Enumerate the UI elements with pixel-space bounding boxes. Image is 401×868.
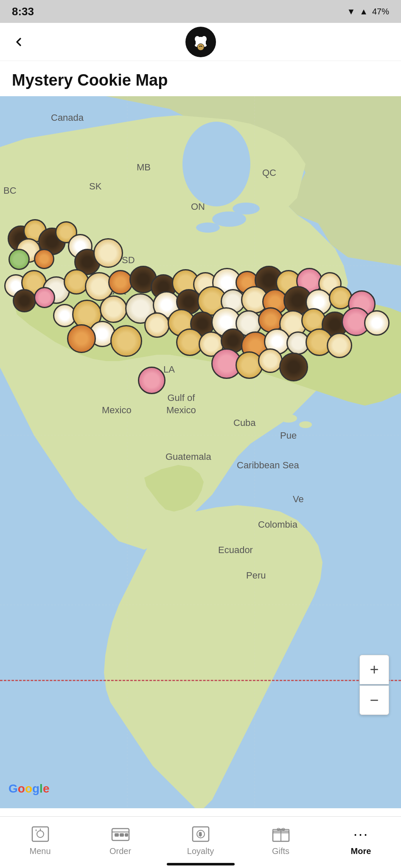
cookie-pin[interactable] <box>364 310 390 336</box>
nav-item-menu[interactable]: Menu <box>0 824 80 856</box>
svg-point-16 <box>182 122 250 206</box>
cookie-pin[interactable] <box>34 287 55 308</box>
battery-icon: 47% <box>372 7 389 17</box>
cookie-pin[interactable] <box>138 367 165 394</box>
zoom-controls: + − <box>359 655 389 715</box>
order-icon <box>109 824 132 844</box>
svg-point-14 <box>196 223 220 233</box>
loyalty-icon: $ <box>190 824 212 844</box>
zoom-out-button[interactable]: − <box>359 685 389 715</box>
more-icon: ··· <box>350 824 372 844</box>
cookie-pin[interactable] <box>110 325 142 357</box>
svg-text:$: $ <box>199 832 202 837</box>
map-container[interactable]: Canada BC SK MB ON QC SD NV Mexico Gulf … <box>0 96 401 808</box>
nav-item-more[interactable]: ··· More <box>321 824 401 856</box>
status-icons: ▼ ▲ 47% <box>347 7 389 17</box>
cookie-pin[interactable] <box>279 353 308 381</box>
gifts-label: Gifts <box>272 846 289 856</box>
page-title: Mystery Cookie Map <box>12 71 389 89</box>
svg-point-11 <box>280 414 297 423</box>
zoom-in-button[interactable]: + <box>359 655 389 684</box>
nav-header <box>0 23 401 61</box>
cookie-pin[interactable] <box>108 270 133 295</box>
svg-rect-29 <box>120 834 123 836</box>
bottom-nav: Menu Order $ Loyalty <box>0 816 401 868</box>
menu-icon <box>29 824 51 844</box>
equator-line <box>0 680 401 681</box>
loyalty-label: Loyalty <box>187 846 214 856</box>
order-label: Order <box>109 846 131 856</box>
google-o1: o <box>18 782 25 795</box>
svg-point-10 <box>236 420 265 433</box>
more-label: More <box>351 846 371 856</box>
nav-item-loyalty[interactable]: $ Loyalty <box>160 824 241 856</box>
cookie-pin[interactable] <box>34 249 54 269</box>
svg-point-4 <box>195 36 200 42</box>
svg-rect-30 <box>125 834 128 836</box>
wifi-icon: ▼ <box>347 7 355 17</box>
nav-item-gifts[interactable]: Gifts <box>241 824 321 856</box>
cookie-pin[interactable] <box>93 238 123 268</box>
svg-point-23 <box>37 831 44 837</box>
gifts-icon <box>270 824 292 844</box>
more-dots: ··· <box>353 826 368 842</box>
home-indicator <box>167 863 235 865</box>
google-logo: Google <box>8 782 49 796</box>
google-g2: g <box>32 782 39 795</box>
google-o2: o <box>25 782 32 795</box>
cookie-pin[interactable] <box>67 324 96 353</box>
svg-point-7 <box>199 46 200 47</box>
svg-point-15 <box>233 203 260 214</box>
svg-rect-28 <box>115 834 118 836</box>
page-title-area: Mystery Cookie Map <box>0 61 401 96</box>
google-l: l <box>39 782 43 795</box>
svg-point-12 <box>299 421 312 428</box>
cookie-pin[interactable] <box>13 289 36 312</box>
app-logo <box>185 27 216 57</box>
cookie-pin[interactable] <box>327 333 352 358</box>
signal-icon: ▲ <box>359 7 368 17</box>
back-button[interactable] <box>12 35 25 49</box>
cookie-pin[interactable] <box>100 295 127 323</box>
status-bar: 8:33 ▼ ▲ 47% <box>0 0 401 23</box>
menu-label: Menu <box>29 846 50 856</box>
cookie-pin[interactable] <box>8 249 30 270</box>
svg-point-5 <box>202 36 207 42</box>
status-time: 8:33 <box>12 5 34 18</box>
cookie-pin[interactable] <box>258 348 283 373</box>
google-g: G <box>8 782 18 795</box>
svg-point-8 <box>201 46 202 47</box>
nav-item-order[interactable]: Order <box>80 824 160 856</box>
cookie-pin[interactable] <box>144 312 170 338</box>
svg-point-6 <box>197 44 204 50</box>
google-e: e <box>43 782 50 795</box>
